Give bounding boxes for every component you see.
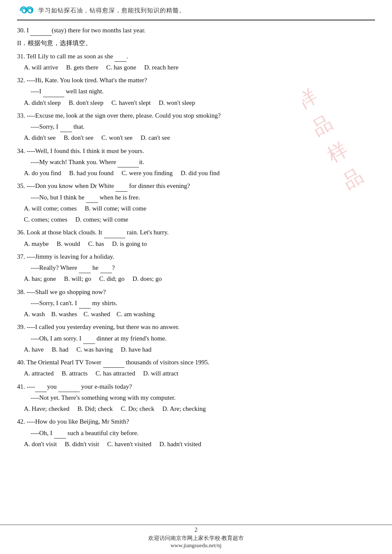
q30-text: 30. I (stay) there for two months last y… (17, 25, 375, 36)
q34-blank (118, 161, 139, 167)
q32-blank (43, 90, 64, 97)
footer: 2 欢迎访问南京市网上家长学校·教育超市 www.jiangsuedu.net/… (0, 525, 392, 549)
question-30: 30. I (stay) there for two months last y… (17, 25, 375, 36)
q42-dialog1: 42. ----How do you like Beijing, Mr Smit… (17, 416, 375, 427)
q41-options: A. Have; checked B. Did; check C. Do; ch… (17, 403, 375, 414)
q39-dialog2: ----Oh, I am sorry. I dinner at my frien… (17, 333, 375, 344)
question-38: 38. ----Shall we go shopping now? ----So… (17, 286, 375, 320)
footer-line1: 欢迎访问南京市网上家长学校·教育超市 (148, 535, 244, 541)
question-31: 31. Tell Lily to call me as soon as she … (17, 51, 375, 73)
q36-text: 36. Look at those black clouds. It rain.… (17, 227, 375, 238)
q39-dialog1: 39. ----I called you yesterday evening, … (17, 321, 375, 332)
q38-dialog1: 38. ----Shall we go shopping now? (17, 286, 375, 297)
q33-options: A. didn't see B. don't see C. won't see … (17, 132, 375, 143)
q41-dialog1: 41. ----you your e-mails today? (17, 381, 375, 392)
q42-dialog2: ----Oh, I such a beautiful city before. (17, 427, 375, 439)
question-32: 32. ----Hi, Kate. You look tired. What's… (17, 75, 375, 108)
question-34: 34. ----Well, I found this. I think it m… (17, 145, 375, 179)
q33-dialog1: 33. ----Excuse me, look at the sign over… (17, 110, 375, 121)
q34-options: A. do you find B. had you found C. were … (17, 167, 375, 179)
q34-dialog1: 34. ----Well, I found this. I think it m… (17, 145, 375, 156)
q30-blank (30, 29, 52, 36)
q31-options: A. will arrive B. gets there C. has gone… (17, 62, 375, 73)
question-41: 41. ----you your e-mails today? ----Not … (17, 381, 375, 415)
q37-dialog1: 37. ----Jimmy is leaving for a holiday. (17, 251, 375, 262)
question-40: 40. The Oriental Pearl TV Tower thousand… (17, 357, 375, 379)
q38-dialog2: ----Sorry, I can't. I my shirts. (17, 297, 375, 309)
q38-blank (79, 302, 91, 309)
q40-text: 40. The Oriental Pearl TV Tower thousand… (17, 357, 375, 368)
question-36: 36. Look at those black clouds. It rain.… (17, 227, 375, 249)
section-ii-title: II．根据句意，选择填空。 (17, 38, 375, 49)
question-39: 39. ----I called you yesterday evening, … (17, 321, 375, 355)
q41-blank1 (35, 385, 47, 392)
q36-options: A. maybe B. would C. has D. is going to (17, 238, 375, 249)
logo-icon (17, 4, 34, 17)
q35-blank1 (115, 185, 127, 192)
q40-blank (103, 361, 124, 368)
q36-blank (104, 231, 125, 238)
q35-options2: C. comes; comes D. comes; will come (17, 214, 375, 225)
q31-text: 31. Tell Lily to call me as soon as she … (17, 51, 375, 62)
q35-blank2 (86, 196, 98, 203)
q42-options: A. don't visit B. didn't visit C. haven'… (17, 439, 375, 450)
q31-blank (115, 55, 127, 62)
q41-dialog2: ----Not yet. There's something wrong wit… (17, 392, 375, 403)
motto-text: 学习如钻探石油，钻得愈深，愈能找到知识的精髓。 (38, 7, 185, 14)
footer-line2: www.jiangsuedu.net/nj (170, 542, 222, 548)
q39-blank (83, 337, 95, 344)
q42-blank (54, 432, 66, 439)
question-37: 37. ----Jimmy is leaving for a holiday. … (17, 251, 375, 285)
q39-options: A. have B. had C. was having D. have had (17, 344, 375, 355)
question-42: 42. ----How do you like Beijing, Mr Smit… (17, 416, 375, 450)
q32-dialog1: 32. ----Hi, Kate. You look tired. What's… (17, 75, 375, 86)
q32-dialog2: ----I well last night. (17, 86, 375, 97)
q41-blank2 (58, 385, 80, 392)
question-35: 35. ----Don you know when Dr White for d… (17, 180, 375, 225)
q37-dialog2: ----Really? Where he ? (17, 262, 375, 273)
q34-dialog2: ----My watch! Thank you. Where it. (17, 156, 375, 167)
q33-blank (60, 125, 72, 132)
q37-blank2 (100, 266, 112, 273)
header: 学习如钻探石油，钻得愈深，愈能找到知识的精髓。 (17, 4, 375, 20)
section-ii: II．根据句意，选择填空。 (17, 38, 375, 49)
q38-options: A. wash B. washes C. washed C. am washin… (17, 309, 375, 320)
q32-options: A. didn't sleep B. don't sleep C. haven'… (17, 97, 375, 108)
page-number: 2 (0, 527, 392, 534)
q37-options: A. has; gone B. will; go C. did; go D. d… (17, 273, 375, 284)
q35-dialog1: 35. ----Don you know when Dr White for d… (17, 180, 375, 191)
q40-options: A. attracted B. attracts C. has attracte… (17, 368, 375, 379)
q33-dialog2: ----Sorry, I that. (17, 121, 375, 132)
question-33: 33. ----Excuse me, look at the sign over… (17, 110, 375, 144)
page: 学习如钻探石油，钻得愈深，愈能找到知识的精髓。 30. I (stay) the… (0, 0, 392, 554)
q35-dialog2: ----No, but I think he when he is free. (17, 192, 375, 203)
q35-options1: A. will come; comes B. will come; will c… (17, 203, 375, 214)
q37-blank1 (79, 266, 91, 273)
